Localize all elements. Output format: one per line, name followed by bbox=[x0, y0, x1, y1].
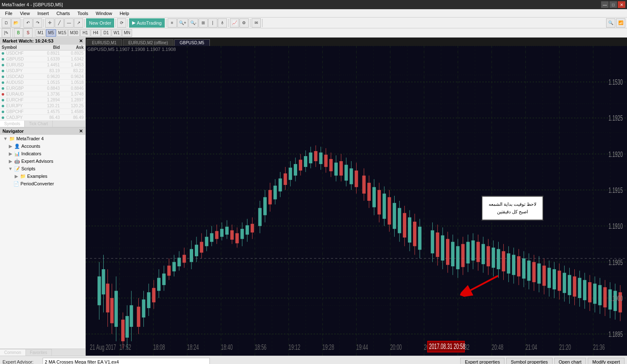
svg-rect-206 bbox=[568, 275, 571, 295]
status-dot bbox=[2, 116, 4, 119]
zoom-in-button[interactable]: 🔍+ bbox=[177, 18, 188, 28]
market-watch-close[interactable]: ✕ bbox=[79, 38, 83, 44]
nav-expert-advisors[interactable]: ▶ 🤖 Expert Advisors bbox=[0, 157, 85, 165]
menu-help[interactable]: Help bbox=[116, 10, 133, 17]
nav-metatrader4[interactable]: ▼ 📁 MetaTrader 4 bbox=[0, 135, 85, 142]
nav-period-converter[interactable]: 📄 PeriodConverter bbox=[0, 180, 85, 187]
sell-button[interactable]: S bbox=[23, 28, 33, 38]
svg-rect-128 bbox=[362, 176, 366, 194]
crosshair-button[interactable]: ✛ bbox=[45, 18, 54, 28]
menu-file[interactable]: File bbox=[2, 10, 16, 17]
chart-tab-eurusd-m1[interactable]: EURUSD,M1 bbox=[87, 39, 122, 46]
line-studies-button[interactable]: |✎ bbox=[2, 28, 11, 38]
bar-button[interactable]: | bbox=[208, 18, 217, 28]
minimize-button[interactable]: — bbox=[601, 1, 609, 8]
period-mn[interactable]: MN bbox=[122, 29, 132, 37]
svg-rect-50 bbox=[157, 278, 161, 291]
redo-button[interactable]: ↷ bbox=[33, 18, 42, 28]
chart-tab-gbpusd-m5[interactable]: GBPUSD,M5 bbox=[174, 39, 210, 46]
period-m5[interactable]: M5 bbox=[46, 29, 56, 37]
svg-line-255 bbox=[471, 269, 498, 298]
hline-button[interactable]: — bbox=[64, 18, 74, 28]
bid-cell: 0.8843 bbox=[38, 86, 61, 91]
market-watch-row[interactable]: USDJPY 83.19 83.22 bbox=[0, 68, 85, 74]
market-watch-row[interactable]: EURJPY 120.21 120.25 bbox=[0, 103, 85, 109]
maximize-button[interactable]: □ bbox=[609, 1, 617, 8]
period-h4[interactable]: H4 bbox=[91, 29, 101, 37]
period-w1[interactable]: W1 bbox=[112, 29, 122, 37]
market-watch-row[interactable]: USDCHF 0.8921 0.8925 bbox=[0, 51, 85, 56]
menu-insert[interactable]: Insert bbox=[34, 10, 52, 17]
levels-button[interactable]: ≡ bbox=[168, 18, 177, 28]
ea-input[interactable] bbox=[43, 358, 210, 364]
nav-indicators[interactable]: ▶ 📊 Indicators bbox=[0, 150, 85, 157]
period-h1[interactable]: H1 bbox=[80, 29, 90, 37]
open-chart-button[interactable]: Open chart bbox=[554, 358, 586, 364]
settings-button[interactable]: ⚙ bbox=[240, 18, 249, 28]
nav-tab-common[interactable]: Common bbox=[0, 349, 26, 356]
autotrading-button[interactable]: ▶ AutoTrading bbox=[129, 18, 165, 28]
market-watch: Market Watch: 16:24:53 ✕ Symbol Bid Ask … bbox=[0, 38, 85, 128]
market-watch-row[interactable]: EURCHF 1.2894 1.2897 bbox=[0, 97, 85, 103]
market-watch-row[interactable]: CADJPY 86.43 86.49 bbox=[0, 115, 85, 121]
market-watch-row[interactable]: USDCAD 0.9620 0.9624 bbox=[0, 74, 85, 80]
buy-button[interactable]: B bbox=[14, 28, 23, 38]
open-button[interactable]: 📂 bbox=[11, 18, 20, 28]
symbol-properties-button[interactable]: Symbol properties bbox=[506, 358, 553, 364]
close-button[interactable]: ✕ bbox=[618, 1, 625, 8]
svg-rect-134 bbox=[377, 190, 381, 215]
market-watch-row[interactable]: AUDUSD 1.0515 1.0518 bbox=[0, 80, 85, 86]
nav-examples[interactable]: ▶ 📁 Examples bbox=[0, 172, 85, 180]
nav-ea-label: Expert Advisors bbox=[21, 159, 53, 164]
new-order-button[interactable]: New Order bbox=[86, 18, 114, 28]
nav-accounts[interactable]: ▶ 👤 Accounts bbox=[0, 142, 85, 150]
zoom-out-button[interactable]: 🔍- bbox=[189, 18, 198, 28]
refresh-button[interactable]: ⟳ bbox=[117, 18, 126, 28]
grid-button[interactable]: ⊞ bbox=[199, 18, 208, 28]
menu-tools[interactable]: Tools bbox=[74, 10, 92, 17]
undo-button[interactable]: ↶ bbox=[23, 18, 33, 28]
new-button[interactable]: 🗋 bbox=[2, 18, 11, 28]
market-watch-row[interactable]: GBPCHF 1.4575 1.4585 bbox=[0, 109, 85, 115]
period-d1[interactable]: D1 bbox=[101, 29, 111, 37]
email-button[interactable]: ✉ bbox=[252, 18, 261, 28]
svg-rect-96 bbox=[278, 179, 282, 192]
indicator-button[interactable]: 📈 bbox=[230, 18, 239, 28]
menu-window[interactable]: Window bbox=[92, 10, 115, 17]
nav-scripts[interactable]: ▼ 📝 Scripts bbox=[0, 165, 85, 172]
period-m30[interactable]: M30 bbox=[68, 29, 79, 37]
navigator-close[interactable]: ✕ bbox=[79, 129, 83, 134]
candle-button[interactable]: 🕯 bbox=[218, 18, 227, 28]
period-m1[interactable]: M1 bbox=[36, 29, 46, 37]
signal-button[interactable]: 📶 bbox=[616, 18, 625, 28]
expert-properties-button[interactable]: Expert properties bbox=[460, 358, 505, 364]
modify-expert-button[interactable]: Modify expert bbox=[588, 358, 624, 364]
market-watch-row[interactable]: EURUSD 1.4451 1.4453 bbox=[0, 62, 85, 68]
main-toolbar: 🗋 📂 ↶ ↷ ✛ ╱ — ↗ New Order ⟳ ▶ AutoTradin… bbox=[0, 18, 627, 28]
period-m15[interactable]: M15 bbox=[56, 29, 68, 37]
chart-tab-eurusd-m2[interactable]: EURUSD,M2 (offline) bbox=[123, 39, 173, 46]
market-watch-row[interactable]: EURAUD 1.3736 1.3748 bbox=[0, 91, 85, 97]
tab-symbols[interactable]: Symbols bbox=[0, 121, 25, 127]
market-watch-tabs: Symbols Tick Chart bbox=[0, 121, 85, 127]
menu-charts[interactable]: Charts bbox=[53, 10, 73, 17]
chart-canvas[interactable]: GBPUSD,M5 1.1907 1.1908 1.1907 1.1908 bbox=[86, 46, 627, 356]
search-button[interactable]: 🔍 bbox=[606, 18, 615, 28]
ea-label: Expert Advisor: bbox=[3, 359, 40, 364]
market-watch-row[interactable]: EURGBP 0.8843 0.8846 bbox=[0, 86, 85, 91]
scripts-icon: 📝 bbox=[14, 166, 20, 172]
svg-rect-38 bbox=[125, 316, 129, 338]
candlestick-chart: 1.1530 1.1925 1.1920 1.1915 1.1910 1.190… bbox=[86, 46, 627, 356]
arrow-button[interactable]: ↗ bbox=[74, 18, 83, 28]
window-controls: — □ ✕ bbox=[601, 1, 625, 8]
svg-rect-48 bbox=[152, 288, 155, 303]
status-dot bbox=[2, 105, 4, 107]
svg-rect-126 bbox=[354, 171, 358, 187]
market-watch-row[interactable]: GBPUSD 1.6339 1.6342 bbox=[0, 56, 85, 62]
sep9 bbox=[262, 19, 263, 27]
svg-rect-36 bbox=[121, 320, 125, 341]
nav-tab-favorites[interactable]: Favorites bbox=[26, 349, 52, 356]
tab-tick-chart[interactable]: Tick Chart bbox=[25, 121, 52, 127]
line-button[interactable]: ╱ bbox=[55, 18, 64, 28]
menu-view[interactable]: View bbox=[17, 10, 33, 17]
